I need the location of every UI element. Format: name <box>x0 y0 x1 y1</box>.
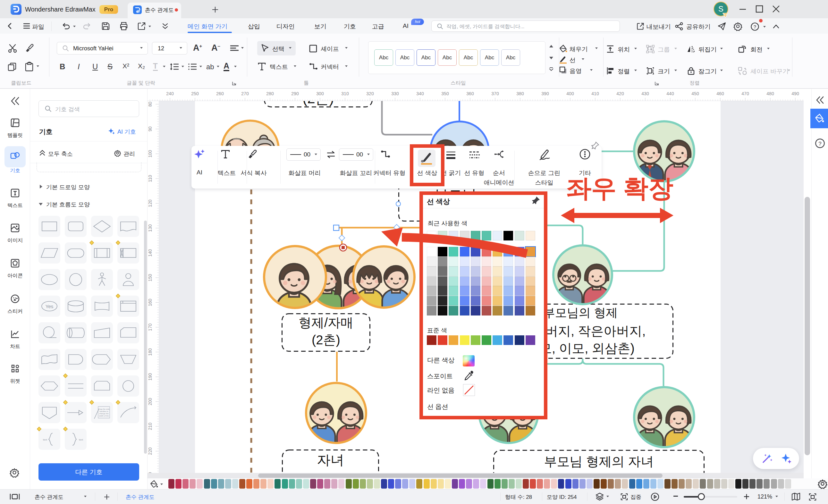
svg-text:Yes: Yes <box>46 304 53 309</box>
svg-text:420: 420 <box>616 91 624 96</box>
svg-text:140: 140 <box>148 249 153 257</box>
svg-text:handles to: handles to <box>99 410 109 412</box>
svg-text:210: 210 <box>148 423 153 430</box>
svg-text:change the: change the <box>99 413 109 415</box>
svg-text:250: 250 <box>191 91 199 96</box>
svg-text:430: 430 <box>641 91 649 96</box>
svg-text:470: 470 <box>741 91 749 96</box>
svg-text:170: 170 <box>148 324 153 331</box>
svg-text:180: 180 <box>148 348 153 356</box>
svg-text:450: 450 <box>691 91 699 96</box>
svg-text:280: 280 <box>266 91 274 96</box>
svg-text:?: ? <box>818 141 821 147</box>
svg-text:200: 200 <box>148 398 153 406</box>
svg-text:400: 400 <box>566 91 574 96</box>
svg-text:text: text <box>79 438 83 441</box>
svg-text:270: 270 <box>241 91 249 96</box>
svg-text:160: 160 <box>148 299 153 306</box>
svg-text:220: 220 <box>148 447 153 455</box>
svg-text:120: 120 <box>148 200 153 207</box>
svg-text:100: 100 <box>148 150 153 158</box>
svg-text:290: 290 <box>291 91 299 96</box>
svg-text:410: 410 <box>591 91 599 96</box>
svg-text:width of the: width of the <box>99 415 109 417</box>
svg-text:300: 300 <box>316 91 324 96</box>
svg-text:190: 190 <box>148 373 153 381</box>
svg-text:130: 130 <box>148 224 153 232</box>
svg-text:350: 350 <box>441 91 449 96</box>
svg-text:80: 80 <box>148 101 153 107</box>
svg-text:390: 390 <box>541 91 549 96</box>
svg-text:Drag the side: Drag the side <box>98 408 110 410</box>
svg-text:240: 240 <box>166 91 174 96</box>
svg-text:?: ? <box>754 24 756 30</box>
svg-text:440: 440 <box>666 91 674 96</box>
svg-text:110: 110 <box>148 175 153 182</box>
svg-text:150: 150 <box>148 274 153 282</box>
svg-text:490: 490 <box>791 91 799 96</box>
svg-text:320: 320 <box>366 91 374 96</box>
svg-text:90: 90 <box>148 126 153 131</box>
svg-text:460: 460 <box>716 91 724 96</box>
svg-text:text: text <box>43 438 47 441</box>
svg-text:480: 480 <box>767 91 774 96</box>
svg-text:310: 310 <box>341 91 349 96</box>
svg-text:360: 360 <box>466 91 474 96</box>
svg-text:260: 260 <box>216 91 224 96</box>
svg-text:330: 330 <box>391 91 399 96</box>
svg-text:380: 380 <box>516 91 524 96</box>
svg-text:370: 370 <box>491 91 499 96</box>
svg-text:340: 340 <box>416 91 424 96</box>
